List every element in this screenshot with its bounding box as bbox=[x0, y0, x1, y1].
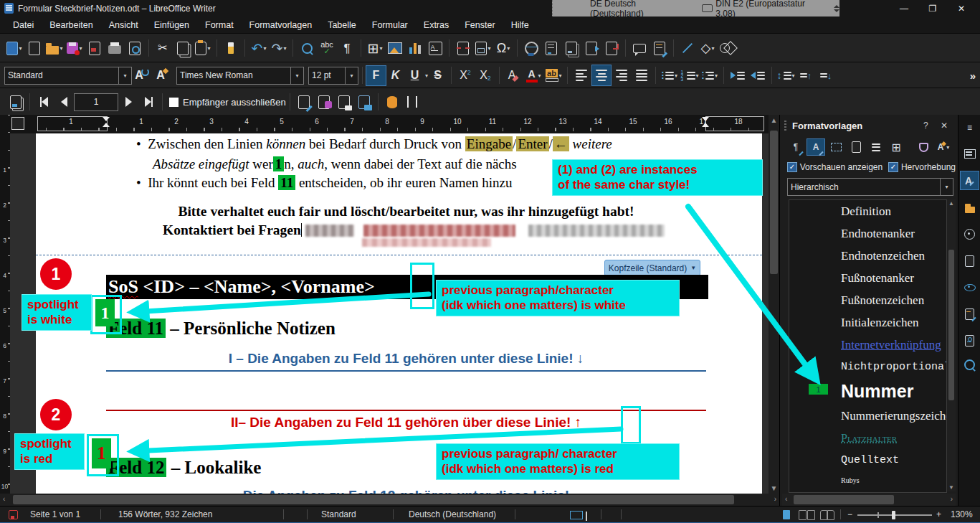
save-button[interactable]: ▾ bbox=[65, 38, 84, 58]
rule-ii-caption[interactable]: II– Die Angaben zu Feld 11 gehören über … bbox=[106, 415, 706, 430]
frame-styles-icon[interactable] bbox=[827, 139, 845, 155]
first-record-button[interactable] bbox=[34, 92, 53, 112]
subscript-button[interactable]: X2 bbox=[476, 65, 495, 85]
single-page-view-icon[interactable] bbox=[783, 510, 790, 519]
decrease-paragraph-spacing-button[interactable]: ↓ bbox=[817, 65, 835, 85]
style-item[interactable]: Quelltext bbox=[789, 449, 946, 471]
menu-hilfe[interactable]: Hilfe bbox=[504, 19, 536, 32]
align-center-button[interactable] bbox=[592, 65, 611, 85]
insert-table-button[interactable]: ⊞▾ bbox=[366, 38, 384, 58]
contact-line[interactable]: Kontaktiert bei Fragen bbox=[163, 222, 665, 238]
close-button[interactable]: ✕ bbox=[947, 4, 976, 14]
numbered-list-button[interactable]: 123▾ bbox=[680, 65, 699, 85]
menu-datei[interactable]: Datei bbox=[6, 19, 41, 32]
menu-formular[interactable]: Formular bbox=[365, 19, 415, 32]
table-styles-icon[interactable]: ⊞ bbox=[888, 139, 905, 155]
menu-einfuegen[interactable]: Einfügen bbox=[147, 19, 196, 32]
page-deck-icon[interactable] bbox=[961, 252, 979, 270]
align-left-button[interactable] bbox=[572, 65, 591, 85]
page-style-status[interactable]: Standard bbox=[321, 509, 356, 519]
panel-help-button[interactable]: ? bbox=[923, 121, 928, 131]
tab-stop-selector[interactable] bbox=[11, 117, 24, 130]
word-count[interactable]: 156 Wörter, 932 Zeichen bbox=[118, 509, 212, 519]
navigator-deck-icon[interactable] bbox=[961, 225, 979, 243]
insert-chart-button[interactable] bbox=[406, 38, 424, 58]
hyperlink-button[interactable] bbox=[522, 38, 541, 58]
zoom-out-button[interactable]: − bbox=[847, 509, 852, 519]
document-vertical-scrollbar[interactable]: ▲ ▼ bbox=[769, 115, 779, 494]
bullet-line-3[interactable]: • Ihr könnt euch bei Feld 11 entscheiden… bbox=[136, 175, 512, 191]
basic-shapes-button[interactable]: ◇▾ bbox=[698, 38, 717, 58]
insert-field-button[interactable]: ▾ bbox=[474, 38, 493, 58]
track-changes-button[interactable] bbox=[650, 38, 669, 58]
underline-button[interactable]: U bbox=[405, 66, 424, 85]
zoom-slider[interactable] bbox=[857, 514, 932, 516]
page-break-button[interactable] bbox=[454, 38, 472, 58]
menu-extras[interactable]: Extras bbox=[417, 19, 456, 32]
insert-endnote-button[interactable] bbox=[562, 38, 581, 58]
align-right-button[interactable] bbox=[612, 65, 631, 85]
panel-close-button[interactable]: ✕ bbox=[941, 121, 948, 131]
style-item-nummer[interactable]: 1 Nummer bbox=[789, 378, 946, 405]
style-item[interactable]: Endnotenzeichen bbox=[789, 245, 946, 267]
style-item[interactable]: Nummerierungszeichen bbox=[789, 405, 946, 427]
book-view-icon[interactable] bbox=[820, 510, 834, 522]
insert-record-field-button[interactable] bbox=[403, 92, 422, 112]
list-styles-icon[interactable] bbox=[867, 139, 885, 155]
maximize-button[interactable]: ❐ bbox=[918, 4, 947, 14]
selection-mode-icon[interactable] bbox=[570, 511, 587, 522]
sidebar-menu-icon[interactable]: ≡ bbox=[961, 118, 979, 136]
style-item[interactable]: Internetverknüpfung bbox=[789, 334, 946, 356]
toolbar-overflow-button[interactable]: » bbox=[970, 70, 976, 82]
style-item[interactable]: Fußnotenzeichen bbox=[789, 289, 946, 311]
data-sources-button[interactable] bbox=[383, 92, 401, 112]
menu-ansicht[interactable]: Ansicht bbox=[102, 19, 146, 32]
style-item[interactable]: Definition bbox=[789, 200, 946, 222]
record-number-input[interactable]: 1 bbox=[74, 93, 118, 111]
text-language-status[interactable]: Deutsch (Deutschland) bbox=[409, 509, 496, 519]
bullet-line-1[interactable]: • Zwischen den Linien können bei Bedarf … bbox=[136, 136, 612, 152]
style-item[interactable]: Endnotenanker bbox=[789, 222, 946, 245]
menu-tabelle[interactable]: Tabelle bbox=[320, 19, 363, 32]
insert-image-button[interactable] bbox=[386, 38, 404, 58]
load-url-button[interactable]: ▾ bbox=[5, 38, 24, 58]
bold-button[interactable]: F bbox=[366, 66, 386, 85]
undo-button[interactable]: ↶▾ bbox=[249, 38, 268, 58]
style-filter-combo[interactable]: Hierarchisch▾ bbox=[787, 178, 953, 196]
new-style-button[interactable]: A bbox=[153, 65, 171, 85]
line-spacing-button[interactable]: ↕▾ bbox=[776, 65, 795, 85]
style-item[interactable]: Initialenzeichen bbox=[789, 311, 946, 334]
mail-merge-icon[interactable] bbox=[6, 92, 25, 112]
menu-formatvorlagen[interactable]: Formatvorlagen bbox=[242, 19, 320, 32]
header-indicator-button[interactable]: Kopfzeile (Standard)▼ bbox=[604, 260, 700, 276]
language-bar[interactable]: DE Deutsch (Deutschland) DIN E2 (Europat… bbox=[552, 0, 839, 17]
copy-button[interactable] bbox=[173, 38, 192, 58]
show-previews-checkbox[interactable]: ✓ bbox=[787, 162, 797, 172]
italic-button[interactable]: K bbox=[386, 66, 405, 85]
menu-fenster[interactable]: Fenster bbox=[457, 19, 502, 32]
new-document-button[interactable] bbox=[25, 38, 44, 58]
insert-footnote-button[interactable] bbox=[542, 38, 561, 58]
last-record-button[interactable] bbox=[139, 92, 158, 112]
export-pdf-button[interactable] bbox=[85, 38, 104, 58]
insert-textbox-button[interactable]: A bbox=[426, 38, 444, 58]
zoom-in-button[interactable]: + bbox=[936, 509, 941, 519]
spellcheck-button[interactable]: abc✓ bbox=[318, 38, 336, 58]
find-deck-icon[interactable] bbox=[961, 356, 979, 374]
insert-comment-button[interactable] bbox=[630, 38, 649, 58]
vertical-ruler[interactable]: 12 34 56 78 910 bbox=[0, 115, 10, 506]
insert-line-button[interactable] bbox=[678, 38, 697, 58]
print-preview-button[interactable] bbox=[125, 38, 144, 58]
style-item[interactable]: Platzhalter bbox=[789, 427, 946, 449]
open-button[interactable]: ▾ bbox=[45, 38, 64, 58]
language-indicator[interactable]: DE Deutsch (Deutschland) bbox=[590, 0, 689, 19]
send-email-messages-button[interactable] bbox=[355, 92, 374, 112]
save-merged-documents-button[interactable] bbox=[315, 92, 333, 112]
manage-changes-icon[interactable] bbox=[961, 305, 979, 323]
style-item[interactable]: Rubys bbox=[789, 471, 946, 489]
style-item[interactable]: Fußnotenanker bbox=[789, 267, 946, 289]
special-character-button[interactable]: Ω▾ bbox=[494, 38, 513, 58]
menu-bearbeiten[interactable]: Bearbeiten bbox=[42, 19, 100, 32]
font-name-combo[interactable]: Times New Roman▾ bbox=[176, 67, 304, 85]
highlighting-checkbox[interactable]: ✓ bbox=[888, 162, 898, 172]
